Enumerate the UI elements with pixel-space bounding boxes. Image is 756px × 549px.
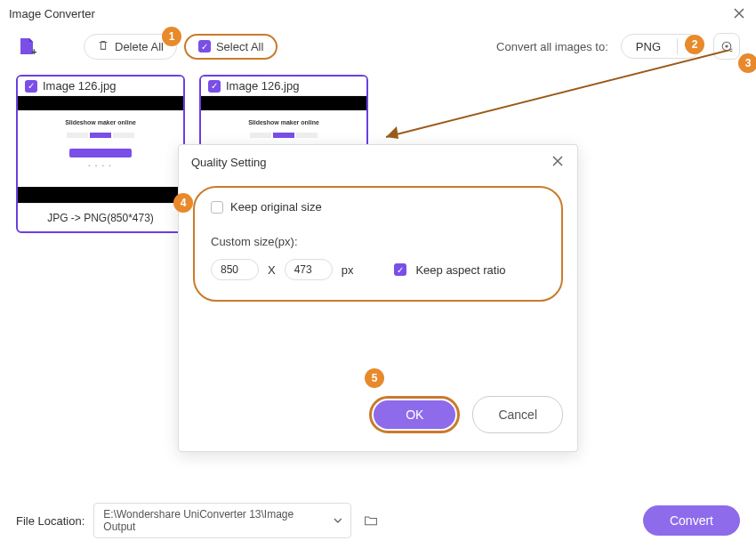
svg-point-2 [725,44,728,47]
quality-options-group: Keep original size Custom size(px): 850 … [193,186,563,302]
keep-aspect-label: Keep aspect ratio [415,263,505,277]
titlebar: Image Converter [0,0,756,27]
card-header: ✓ Image 126.jpg [18,77,183,96]
convert-button[interactable]: Convert [643,505,740,536]
card-checkbox[interactable]: ✓ [25,80,37,93]
file-location-select[interactable]: E:\Wondershare UniConverter 13\Image Out… [93,503,351,538]
trash-icon [97,39,109,54]
chevron-down-icon [334,516,342,525]
format-value: PNG [636,40,661,53]
image-card[interactable]: ✓ Image 126.jpg Slideshow maker online •… [16,75,185,233]
file-location-path: E:\Wondershare UniConverter 13\Image Out… [103,508,324,533]
dialog-title: Quality Setting [191,156,267,169]
open-folder-button[interactable] [360,510,382,531]
card-filename: Image 126.jpg [226,79,299,93]
card-thumbnail: Slideshow maker online • • • • [18,96,183,203]
width-input[interactable]: 850 [211,259,259,280]
callout-4: 4 [173,193,193,213]
select-all-label: Select All [216,40,263,53]
dialog-close-icon[interactable] [551,154,565,171]
bottom-bar: File Location: E:\Wondershare UniConvert… [0,492,756,549]
unit-label: px [342,263,354,277]
keep-original-label: Keep original size [230,200,322,214]
callout-1: 1 [162,27,181,46]
svg-text:+: + [31,46,36,57]
card-filename: Image 126.jpg [43,79,116,93]
keep-aspect-checkbox[interactable]: ✓ [394,263,406,276]
card-footer: JPG -> PNG(850*473) [18,203,183,231]
close-icon[interactable] [731,5,747,21]
card-header: ✓ Image 126.jpg [201,77,366,96]
height-input[interactable]: 473 [285,259,333,280]
convert-to-label: Convert all images to: [496,40,608,53]
cancel-button[interactable]: Cancel [472,396,563,433]
callout-5: 5 [365,368,384,388]
file-location-label: File Location: [16,514,84,528]
x-separator: X [268,263,276,277]
callout-2: 2 [685,35,704,54]
custom-size-label: Custom size(px): [211,235,545,248]
quality-settings-button[interactable] [713,33,740,60]
window-title: Image Converter [9,7,95,20]
ok-button-highlight: OK [369,396,460,433]
dialog-header: Quality Setting [179,145,577,179]
checkbox-icon: ✓ [198,40,211,52]
delete-all-label: Delete All [115,40,164,53]
ok-button[interactable]: OK [374,400,455,429]
toolbar: + Delete All ✓ Select All Convert all im… [0,27,756,66]
quality-setting-dialog: Quality Setting Keep original size Custo… [178,144,578,452]
callout-3: 3 [738,53,756,73]
add-image-button[interactable]: + [16,36,37,57]
card-checkbox[interactable]: ✓ [208,80,221,93]
select-all-button[interactable]: ✓ Select All [184,34,277,60]
keep-original-checkbox[interactable] [211,201,223,214]
